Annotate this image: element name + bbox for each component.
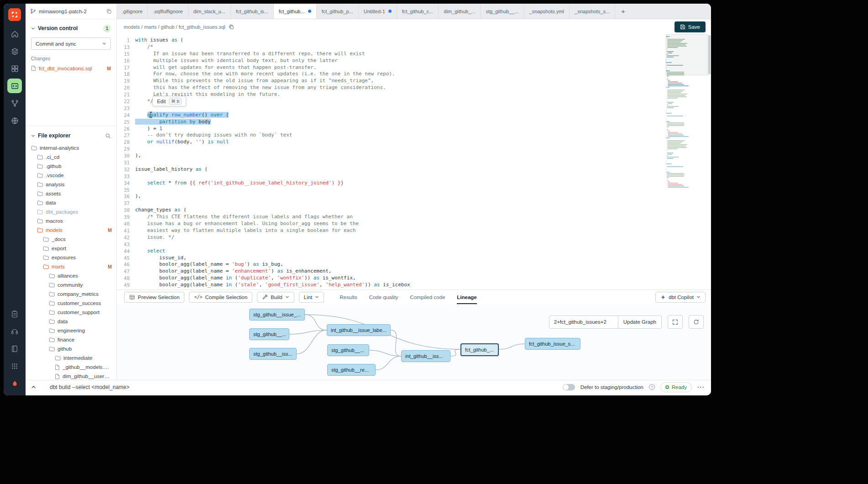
editor-tab[interactable]: dim_slack_u...: [188, 4, 231, 19]
expand-panel-button[interactable]: [29, 383, 38, 391]
code-line[interactable]: 38change_types as (: [117, 207, 711, 214]
copy-path-icon[interactable]: [229, 24, 234, 30]
fullscreen-button[interactable]: [668, 315, 683, 329]
code-line[interactable]: 26 ) = 1: [117, 126, 711, 132]
code-editor[interactable]: 1with issues as (13 /*15 If an issue has…: [117, 34, 711, 289]
update-graph-button[interactable]: Update Graph: [618, 316, 661, 328]
search-icon[interactable]: [105, 133, 111, 139]
lint-button[interactable]: Lint: [299, 292, 324, 303]
file-tree-item[interactable]: exposures: [26, 253, 116, 262]
code-line[interactable]: 44 select: [117, 248, 711, 255]
commit-and-sync-dropdown[interactable]: Commit and sync: [31, 37, 111, 50]
editor-tab[interactable]: fct_github_p...: [317, 4, 359, 19]
editor-tab[interactable]: _snapshots_s...: [570, 4, 615, 19]
panel-tab-results[interactable]: Results: [340, 290, 357, 304]
code-line[interactable]: 47 boolor_agg(label_name = 'enhancement'…: [117, 268, 711, 275]
build-button[interactable]: Build: [257, 292, 294, 303]
panel-tab-code-quality[interactable]: Code quality: [369, 290, 398, 304]
code-line[interactable]: 22 */: [117, 98, 711, 105]
defer-toggle[interactable]: [563, 384, 575, 390]
code-line[interactable]: 21 Let's revisit this modeling in the fu…: [117, 91, 711, 98]
file-tree-item[interactable]: .ci_cd: [26, 153, 116, 162]
editor-tab[interactable]: .sqlfluffignore: [148, 4, 188, 19]
code-line[interactable]: 37: [117, 200, 711, 207]
status-ready-badge[interactable]: Ready: [660, 382, 692, 392]
editor-tab[interactable]: fct_github_c...: [397, 4, 439, 19]
lineage-node[interactable]: stg_github__iss...: [249, 348, 297, 360]
lineage-node[interactable]: stg_github__re...: [327, 364, 376, 376]
file-tree-item[interactable]: _github__models.yml: [26, 363, 116, 372]
editor-tab[interactable]: dim_github_...: [439, 4, 481, 19]
editor-tab[interactable]: Untitled-1: [359, 4, 397, 19]
file-tree-item[interactable]: martsM: [26, 262, 116, 271]
code-line[interactable]: 46 boolor_agg(label_name = 'bug') as is_…: [117, 261, 711, 268]
command-preview[interactable]: dbt build --select <model_name>: [50, 384, 130, 390]
file-tree-item[interactable]: analysis: [26, 180, 116, 189]
file-tree-item[interactable]: customer_success: [26, 299, 116, 308]
develop-icon[interactable]: [7, 79, 22, 93]
file-tree-item[interactable]: dbt_packages: [26, 207, 116, 216]
code-line[interactable]: 34 select * from {{ ref('int_github__iss…: [117, 180, 711, 187]
code-line[interactable]: 28 or nullif(body, '') is null: [117, 139, 711, 146]
editor-tab[interactable]: stg_github__...: [481, 4, 524, 19]
editor-scrollbar[interactable]: [708, 34, 711, 289]
lineage-node[interactable]: fct_github_...: [460, 343, 499, 356]
code-line[interactable]: 29: [117, 146, 711, 153]
code-line[interactable]: 43: [117, 241, 711, 248]
lineage-node[interactable]: stg_github__issue_...: [249, 309, 305, 321]
file-tree-item[interactable]: .vscode: [26, 171, 116, 180]
code-line[interactable]: 16 multiple issues with identical body t…: [117, 58, 711, 64]
editor-tab[interactable]: .gitignore: [117, 4, 148, 19]
compile-selection-button[interactable]: </> Compile Selection: [189, 292, 252, 303]
file-tree-item[interactable]: modelsM: [26, 226, 116, 235]
notebook-icon[interactable]: [7, 342, 22, 356]
save-button[interactable]: Save: [675, 21, 706, 32]
inline-edit-popup[interactable]: Edit ⌘ B: [152, 96, 186, 106]
editor-tab[interactable]: fct_github_is...: [231, 4, 274, 19]
code-line[interactable]: 32issue_label_history as (: [117, 166, 711, 173]
code-line[interactable]: 27 -- don't try deduping issues with no …: [117, 132, 711, 139]
file-tree-item[interactable]: finance: [26, 335, 116, 344]
dag-icon[interactable]: [7, 96, 22, 110]
globe-icon[interactable]: [7, 113, 22, 128]
code-line[interactable]: 42 issue. */: [117, 234, 711, 241]
code-line[interactable]: 41 easiest way to flatten multiple label…: [117, 227, 711, 234]
flame-icon[interactable]: [7, 376, 22, 391]
code-line[interactable]: 36),: [117, 193, 711, 200]
dashboard-icon[interactable]: [7, 61, 22, 76]
file-tree-item[interactable]: intermediate: [26, 353, 116, 363]
lineage-node[interactable]: int_github__issue_labe...: [327, 324, 391, 336]
code-line[interactable]: 45 issue_id,: [117, 255, 711, 262]
code-line[interactable]: 31: [117, 159, 711, 166]
file-tree-item[interactable]: macros: [26, 216, 116, 226]
help-icon[interactable]: ?: [649, 384, 655, 390]
lineage-node[interactable]: stg_github__...: [327, 344, 369, 356]
file-tree-item[interactable]: data: [26, 317, 116, 326]
lineage-node[interactable]: fct_github_issue_s...: [525, 338, 580, 350]
lineage-node[interactable]: int_github__iss...: [401, 350, 450, 362]
support-icon[interactable]: [7, 324, 22, 339]
copy-branch-icon[interactable]: [106, 9, 112, 14]
code-line[interactable]: 17 will get updates for events that happ…: [117, 64, 711, 71]
warehouse-icon[interactable]: [7, 44, 22, 58]
code-line[interactable]: 48 boolor_agg(label_name in ('duplicate'…: [117, 275, 711, 282]
lineage-selector-input[interactable]: [549, 316, 618, 328]
code-line[interactable]: 33: [117, 173, 711, 180]
code-line[interactable]: 25 partition by body: [117, 119, 711, 126]
file-tree-item[interactable]: data: [26, 198, 116, 207]
minimap-viewport[interactable]: [666, 34, 708, 75]
changed-file-item[interactable]: fct_dbt_invocations.sqlM: [31, 65, 111, 71]
code-line[interactable]: 13 /*: [117, 44, 711, 51]
refresh-button[interactable]: [689, 315, 704, 329]
code-line[interactable]: 20 this has the effect of removing the n…: [117, 84, 711, 91]
panel-tab-compiled-code[interactable]: Compiled code: [410, 290, 445, 304]
code-line[interactable]: 19 While this prevents the old issue fro…: [117, 78, 711, 84]
code-line[interactable]: 39 /* This CTE flattens the different is…: [117, 214, 711, 221]
file-tree-item[interactable]: community: [26, 280, 116, 289]
dbt-logo[interactable]: [8, 8, 21, 21]
home-icon[interactable]: [7, 26, 22, 41]
dbt-copilot-button[interactable]: dbt Copilot: [655, 292, 706, 303]
file-tree-item[interactable]: company_metrics: [26, 289, 116, 299]
file-tree-item[interactable]: github: [26, 344, 116, 353]
editor-tab[interactable]: fct_github...: [274, 4, 317, 19]
